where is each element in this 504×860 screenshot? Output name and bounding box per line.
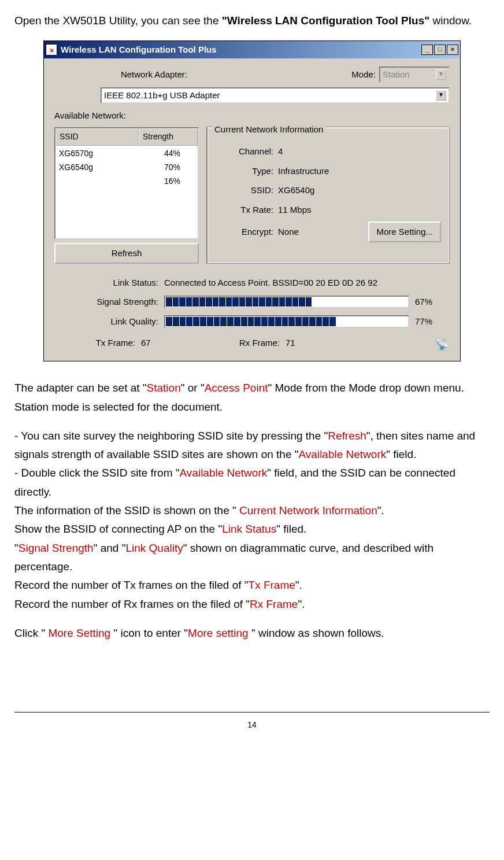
network-adapter-label: Network Adapter: bbox=[54, 67, 187, 82]
body-paragraph: - You can site survey the neighboring SS… bbox=[14, 427, 490, 464]
chevron-down-icon: ▼ bbox=[436, 90, 446, 101]
window-title: Wireless LAN Configuration Tool Plus bbox=[61, 42, 421, 57]
app-icon: ⨉ bbox=[46, 44, 57, 56]
mode-label: Mode: bbox=[351, 67, 376, 82]
list-item[interactable]: 16% bbox=[55, 175, 198, 189]
column-strength[interactable]: Strength bbox=[139, 128, 198, 146]
column-ssid[interactable]: SSID bbox=[55, 128, 139, 146]
body-paragraph: Record the number of Rx frames on the fi… bbox=[14, 595, 490, 614]
available-network-label: Available Network: bbox=[54, 108, 450, 123]
maximize-button[interactable]: □ bbox=[434, 45, 446, 55]
intro-paragraph: Open the XW501B Utility, you can see the… bbox=[14, 12, 490, 30]
antenna-icon: 📡 bbox=[433, 334, 450, 350]
body-paragraph: Click " More Setting " icon to enter "Mo… bbox=[14, 624, 490, 643]
body-paragraph: - Double click the SSID site from "Avail… bbox=[14, 464, 490, 501]
titlebar: ⨉ Wireless LAN Configuration Tool Plus _… bbox=[44, 41, 460, 58]
available-network-list[interactable]: SSID Strength XG6570g 44% XG6540g 70% bbox=[54, 127, 199, 239]
adapter-dropdown[interactable]: IEEE 802.11b+g USB Adapter ▼ bbox=[101, 87, 450, 104]
page-number: 14 bbox=[14, 718, 490, 732]
body-paragraph: The adapter can be set at "Station" or "… bbox=[14, 379, 490, 416]
chevron-down-icon: ▼ bbox=[436, 69, 446, 80]
link-status-value: Connected to Access Point. BSSID=00 20 E… bbox=[164, 275, 377, 290]
link-quality-bar bbox=[164, 315, 409, 328]
list-item[interactable]: XG6570g 44% bbox=[55, 147, 198, 161]
current-network-info: Current Network Information Channel:4 Ty… bbox=[207, 127, 450, 264]
refresh-button[interactable]: Refresh bbox=[54, 243, 199, 264]
close-button[interactable]: × bbox=[447, 45, 458, 55]
mode-dropdown[interactable]: Station ▼ bbox=[379, 67, 450, 83]
list-item[interactable]: XG6540g 70% bbox=[55, 161, 198, 175]
body-paragraph: Show the BSSID of connecting AP on the "… bbox=[14, 520, 490, 538]
body-paragraph: Record the number of Tx frames on the fi… bbox=[14, 576, 490, 595]
body-paragraph: The information of the SSID is shown on … bbox=[14, 501, 490, 520]
signal-strength-bar bbox=[164, 296, 409, 308]
wlan-config-window: ⨉ Wireless LAN Configuration Tool Plus _… bbox=[43, 40, 461, 361]
footer-rule bbox=[14, 712, 490, 713]
body-paragraph: "Signal Strength" and "Link Quality" sho… bbox=[14, 539, 490, 577]
more-setting-button[interactable]: More Setting... bbox=[368, 222, 441, 242]
minimize-button[interactable]: _ bbox=[421, 45, 433, 55]
